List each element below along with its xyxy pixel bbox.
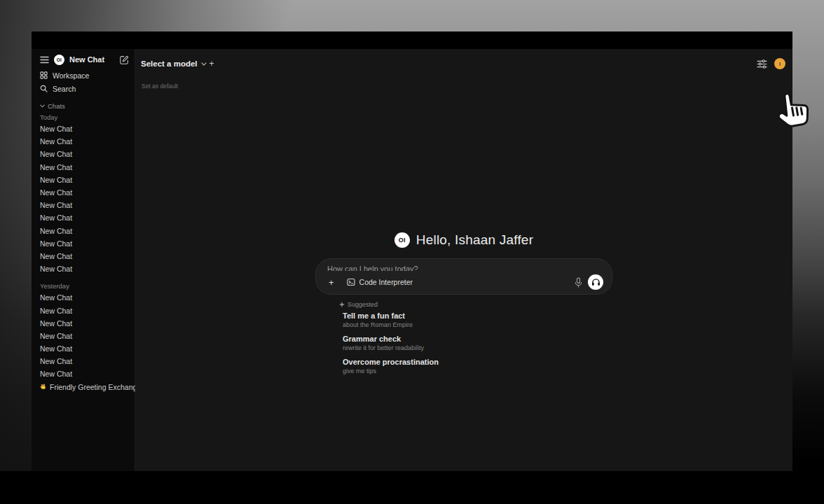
sidebar-title[interactable]: New Chat [69,55,115,64]
prompt-input-card: + Code Interpreter [315,258,612,295]
prompt-input[interactable] [327,265,603,271]
chat-item-label: New Chat [40,188,72,197]
chat-item-label: New Chat [40,239,72,248]
hand-cursor-pointer [773,89,811,131]
chat-item-label: New Chat [40,357,72,365]
logo-text: OI [57,57,62,62]
suggested-prompt[interactable]: Tell me a fun fact about the Roman Empir… [343,311,612,329]
chats-section-toggle[interactable]: Chats [40,100,129,111]
avatar-initial: I [779,61,781,67]
chat-list-item[interactable]: New Chat [40,237,129,250]
suggested-prompt-title: Grammar check [343,334,612,344]
wave-emoji-icon [40,384,47,391]
set-default-link[interactable]: Set as default [142,83,178,90]
chat-item-label: New Chat [40,227,72,235]
chat-item-label: New Chat [40,370,72,378]
chat-list-item[interactable]: New Chat [40,199,129,211]
new-chat-icon[interactable] [120,55,129,64]
main-area: Select a model + I Set as default [135,49,792,471]
chat-item-label: New Chat [40,150,72,158]
suggested-prompt[interactable]: Overcome procrastination give me tips [343,357,612,375]
greeting-text: Hello, Ishaan Jaffer [416,232,533,248]
chat-list-item[interactable]: New Chat [40,330,129,342]
model-selector[interactable]: Select a model [141,59,207,68]
code-interpreter-label: Code Interpreter [359,278,413,286]
pencil-spark-icon [339,302,345,308]
chat-list-item[interactable]: New Chat [40,291,129,304]
sidebar-toggle-icon[interactable] [40,56,49,64]
chat-list-item[interactable]: New Chat [40,122,129,135]
chat-item-label: New Chat [40,252,72,260]
grid-icon [40,71,48,79]
chat-list-item[interactable]: New Chat [40,250,129,262]
suggested-header: Suggested [339,301,612,308]
video-backdrop: OI New Chat Workspace Searc [0,0,824,504]
chat-item-label: New Chat [40,293,72,302]
chat-list-item[interactable]: New Chat [40,355,129,368]
sidebar-item-workspace[interactable]: Workspace [40,69,129,82]
microphone-icon[interactable] [575,277,582,288]
chat-list-item[interactable]: New Chat [40,174,129,186]
add-model-button[interactable]: + [210,59,214,69]
section-label-today: Today [40,111,129,122]
chat-list-item[interactable]: New Chat [40,225,129,237]
chat-list-item[interactable]: New Chat [40,368,129,380]
model-selector-label: Select a model [141,59,198,68]
chat-item-label: New Chat [40,201,72,209]
chat-item-label: New Chat [40,125,72,133]
chat-list-item[interactable]: New Chat [40,342,129,355]
chat-list-yesterday: New ChatNew ChatNew ChatNew ChatNew Chat… [40,291,129,380]
section-label-yesterday: Yesterday [40,280,129,291]
chat-list-item[interactable]: New Chat [40,186,129,199]
code-interpreter-toggle[interactable]: Code Interpreter [347,278,413,286]
app-logo-icon: OI [394,232,410,248]
chat-item-label: New Chat [40,163,72,172]
prompt-toolbar: + Code Interpreter [327,274,603,290]
settings-sliders-icon[interactable] [757,59,767,69]
open-webui-window: OI New Chat Workspace Searc [32,31,792,471]
suggested-prompt-subtitle: give me tips [343,368,612,375]
search-label: Search [53,85,76,93]
suggested-prompt-title: Tell me a fun fact [343,311,612,321]
chat-list-item-named[interactable]: Friendly Greeting Exchange [40,381,129,393]
chat-list-item[interactable]: New Chat [40,211,129,224]
chat-item-label: New Chat [40,344,72,353]
chat-list-item[interactable]: New Chat [40,161,129,174]
headphones-icon [591,278,600,286]
home-center-column: OI Hello, Ishaan Jaffer + Code Interpret… [315,230,612,380]
chat-list-item[interactable]: New Chat [40,148,129,160]
main-header: Select a model + I [135,55,792,73]
chat-item-label: New Chat [40,137,72,146]
voice-call-button[interactable] [588,274,603,290]
sidebar-item-search[interactable]: Search [40,82,129,95]
chat-item-label: New Chat [40,319,72,328]
chat-list-item[interactable]: New Chat [40,317,129,330]
chat-item-label: New Chat [40,214,72,222]
named-chat-label: Friendly Greeting Exchange [50,383,141,391]
chat-item-label: New Chat [40,265,72,273]
workspace-label: Workspace [53,71,89,80]
chat-list-item[interactable]: New Chat [40,304,129,316]
app-logo-icon: OI [54,55,64,65]
chat-list-item[interactable]: New Chat [40,135,129,148]
suggested-prompt-subtitle: rewrite it for better readability [343,344,612,352]
chat-list-today: New ChatNew ChatNew ChatNew ChatNew Chat… [40,122,129,275]
code-interpreter-icon [347,278,355,286]
chevron-down-icon [40,104,45,108]
chat-item-label: New Chat [40,307,72,315]
sidebar: OI New Chat Workspace Searc [32,49,135,471]
window-titlebar [32,31,792,49]
greeting-row: OI Hello, Ishaan Jaffer [315,230,612,251]
chats-header-label: Chats [48,102,65,110]
suggested-label-text: Suggested [348,301,378,308]
chat-item-label: New Chat [40,332,72,340]
user-avatar[interactable]: I [774,58,785,69]
chevron-down-icon [201,62,207,66]
search-icon [40,85,48,92]
attach-button[interactable]: + [327,278,336,287]
suggested-prompt-title: Overcome procrastination [343,357,612,368]
logo-text: OI [399,237,406,244]
suggested-prompt[interactable]: Grammar check rewrite it for better read… [343,334,612,352]
chat-list-item[interactable]: New Chat [40,262,129,275]
suggested-prompts: Tell me a fun fact about the Roman Empir… [343,311,612,375]
